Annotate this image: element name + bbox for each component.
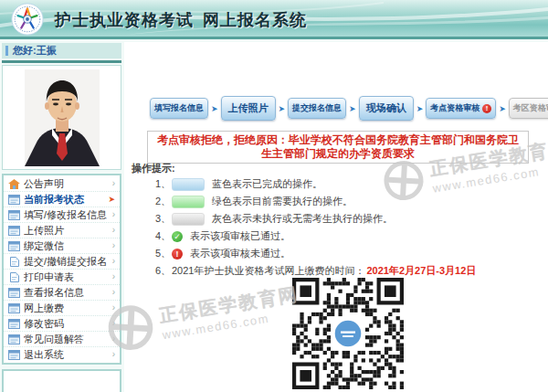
step-label: 提交报名信息	[292, 102, 342, 114]
sidebar-item-label: 上传照片	[24, 224, 112, 238]
tip-item-2: 2、 绿色表示目前需要执行的操作。	[155, 193, 476, 210]
tip-item-4: 4、 ✓ 表示该项审核已通过。	[155, 228, 476, 245]
page-title-part2: 网上报名系统	[203, 11, 307, 29]
step-arrow-icon: ➤	[496, 104, 509, 113]
print-icon	[8, 272, 20, 282]
tips-heading: 操作提示:	[132, 162, 175, 175]
view-icon	[8, 288, 20, 298]
sidebar-item-announcements[interactable]: 公告声明 ›	[4, 176, 120, 192]
step-arrow-icon: ➤	[414, 104, 427, 113]
greeting-bar: 您好:王振	[2, 43, 121, 58]
step-label: 考点资格审核	[430, 102, 480, 114]
tip-number: 2、	[155, 195, 172, 208]
home-icon	[8, 179, 20, 189]
wechat-icon	[8, 241, 20, 251]
sidebar-item-label: 绑定微信	[24, 239, 112, 253]
sidebar-item-label: 查看报名信息	[24, 286, 112, 300]
chevron-right-icon: ›	[112, 241, 115, 250]
sidebar-item-label: 网上缴费	[24, 302, 112, 315]
tips-list: 1、 蓝色表示已完成的操作。 2、 绿色表示目前需要执行的操作。 3、 灰色表示…	[155, 175, 476, 280]
greeting-text: 您好:王振	[13, 44, 57, 58]
green-step-swatch	[172, 196, 205, 208]
page-title: 护士执业资格考试网上报名系统	[55, 9, 307, 31]
step-upload-photo: 上传照片	[221, 96, 276, 121]
sidebar-item-logout[interactable]: 退出系统 ›	[4, 347, 120, 362]
sidebar-item-edit-registration[interactable]: 填写/修改报名信息 ›	[4, 207, 120, 223]
step-fill-info: 填写报名信息	[150, 98, 208, 119]
tip-item-3: 3、 灰色表示未执行或无需考生执行的操作。	[155, 210, 476, 228]
chevron-right-icon: ›	[112, 272, 115, 281]
sidebar-item-label: 公告声明	[24, 177, 112, 191]
sidebar-item-faq[interactable]: 常见问题解答 ›	[4, 332, 120, 347]
sidebar-item-label: 当前报考状态	[24, 193, 108, 207]
status-icon	[8, 195, 20, 205]
main-content: 填写报名信息 ➤ 上传照片 ➤ 提交报名信息 ➤ 现场确认 ➤ 考点资格审核 !…	[124, 42, 548, 392]
step-arrow-icon: ➤	[208, 104, 221, 113]
step-label: 上传照片	[228, 101, 269, 115]
tip-item-1: 1、 蓝色表示已完成的操作。	[155, 175, 476, 193]
step-label: 填写报名信息	[154, 102, 204, 114]
step-district-review: 考区资格审核	[509, 98, 548, 119]
sidebar-item-print-application[interactable]: 打印申请表 ›	[4, 270, 120, 285]
blue-step-swatch	[172, 178, 205, 191]
step-submit-info: 提交报名信息	[288, 98, 346, 119]
payment-period-date: 2021年2月27日-3月12日	[366, 264, 476, 278]
pay-icon	[8, 303, 20, 313]
gray-step-swatch	[172, 213, 205, 226]
registration-stepper: 填写报名信息 ➤ 上传照片 ➤ 提交报名信息 ➤ 现场确认 ➤ 考点资格审核 !…	[150, 96, 548, 121]
app-header: 护士执业资格考试网上报名系统	[0, 0, 548, 39]
sidebar-item-bind-wechat[interactable]: 绑定微信 ›	[4, 238, 120, 254]
sidebar-item-upload-photo[interactable]: 上传照片 ›	[4, 223, 120, 238]
sidebar-item-submit-withdraw[interactable]: 提交/撤销提交报名 ›	[4, 254, 120, 270]
tip-number: 3、	[155, 212, 172, 226]
rejection-warning-box: 考点审核拒绝，拒绝原因：毕业学校不符合国务院教育主管部门和国务院卫生主管部门规定…	[147, 131, 529, 164]
page-title-part1: 护士执业资格考试	[55, 11, 194, 29]
logout-icon	[8, 350, 20, 360]
sidebar-item-change-password[interactable]: 修改密码 ›	[4, 316, 120, 332]
faq-icon	[8, 334, 20, 344]
sidebar-item-current-status[interactable]: 当前报考状态 ➤	[4, 192, 120, 207]
sidebar-item-view-registration[interactable]: 查看报名信息 ›	[4, 285, 120, 301]
tip-item-5: 5、 ! 表示该项审核未通过。	[155, 245, 476, 262]
step-label: 现场确认	[366, 101, 406, 115]
tip-number: 6、	[155, 264, 172, 278]
chevron-right-icon: ›	[112, 179, 115, 188]
candidate-photo-box	[2, 65, 121, 170]
active-arrow-icon: ➤	[108, 195, 115, 204]
qr-code	[292, 278, 404, 389]
tip-number: 5、	[155, 247, 172, 260]
password-icon	[8, 319, 20, 329]
doc-icon	[8, 257, 20, 267]
alert-icon: !	[172, 249, 183, 260]
step-arrow-icon: ➤	[346, 104, 359, 113]
qr-center-logo	[335, 321, 362, 347]
sidebar-menu: 公告声明 › 当前报考状态 ➤ 填写/修改报名信息 ›	[2, 174, 121, 365]
form-icon	[8, 210, 20, 220]
tip-number: 1、	[155, 177, 172, 191]
review-rejected-icon: !	[482, 104, 491, 113]
chevron-right-icon: ›	[112, 350, 115, 359]
greeting-accent-bar	[5, 46, 8, 56]
chevron-right-icon: ›	[112, 288, 115, 297]
chevron-right-icon: ›	[112, 319, 115, 328]
step-arrow-icon: ➤	[276, 104, 289, 113]
candidate-photo	[25, 69, 100, 166]
sidebar-item-online-payment[interactable]: 网上缴费 ›	[4, 301, 120, 316]
photo-icon	[8, 226, 20, 236]
tip-text: 表示该项审核已通过。	[190, 229, 290, 243]
step-onsite-confirm: 现场确认	[359, 96, 414, 121]
sidebar-empty-panel	[2, 369, 121, 392]
sidebar-item-label: 打印申请表	[24, 270, 112, 284]
chevron-right-icon: ›	[112, 226, 115, 235]
chevron-right-icon: ›	[112, 334, 115, 344]
tip-text: 表示该项审核未通过。	[190, 247, 290, 260]
tip-number: 4、	[155, 229, 172, 243]
step-site-review: 考点资格审核 !	[426, 98, 496, 119]
tip-text: 2021年护士执业资格考试网上缴费的时间：	[172, 264, 364, 278]
nursing-exam-logo	[10, 2, 45, 37]
step-label: 考区资格审核	[513, 102, 548, 114]
sidebar-item-label: 修改密码	[24, 317, 112, 331]
sidebar-item-label: 填写/修改报名信息	[24, 208, 112, 222]
tip-text: 绿色表示目前需要执行的操作。	[212, 195, 353, 208]
sidebar-item-label: 常见问题解答	[24, 333, 112, 346]
